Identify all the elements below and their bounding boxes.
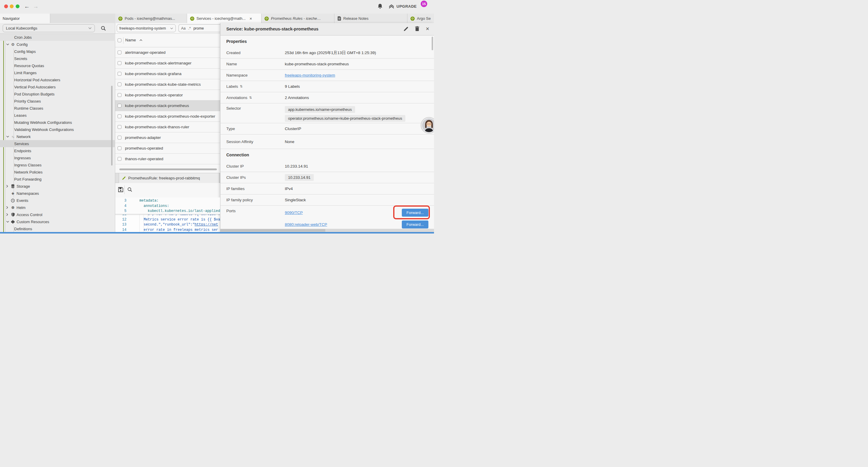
sidebar-item-ingress-classes[interactable]: Ingress Classes bbox=[0, 162, 115, 169]
sidebar-item-priority-classes[interactable]: Priority Classes bbox=[0, 97, 115, 105]
close-icon[interactable]: × bbox=[426, 26, 429, 31]
chevron-right-icon[interactable] bbox=[6, 185, 9, 188]
row-checkbox[interactable] bbox=[118, 83, 121, 86]
sidebar-item-events[interactable]: Events bbox=[0, 197, 115, 204]
sidebar-item-network-policies[interactable]: Network Policies bbox=[0, 169, 115, 176]
sidebar-item-runtime-classes[interactable]: Runtime Classes bbox=[0, 105, 115, 112]
forward-button[interactable]: → bbox=[32, 3, 39, 10]
select-all-checkbox[interactable] bbox=[118, 38, 121, 42]
tab-release-notes[interactable]: Release Notes bbox=[335, 13, 407, 23]
edit-icon[interactable] bbox=[404, 26, 409, 31]
row-checkbox[interactable] bbox=[118, 51, 121, 54]
sidebar-item-storage[interactable]: Storage bbox=[0, 183, 115, 190]
sidebar-item-namespaces[interactable]: ◈Namespaces bbox=[0, 190, 115, 197]
sidebar-item-validating-webhook-configurations[interactable]: Validating Webhook Configurations bbox=[0, 126, 115, 133]
yaml-editor[interactable]: 3metadata:4annotations:5kubectl.kubernet… bbox=[115, 198, 220, 233]
sidebar-item-pod-disruption-budgets[interactable]: Pod Disruption Budgets bbox=[0, 90, 115, 97]
row-checkbox[interactable] bbox=[118, 114, 121, 118]
port-link-9090-tcp[interactable]: 9090/TCP bbox=[285, 210, 303, 215]
sidebar-search-icon[interactable] bbox=[101, 26, 106, 31]
table-row-kube-prometheus-stack-kube-state-metrics[interactable]: kube-prometheus-stack-kube-state-metrics bbox=[115, 79, 220, 90]
tab-services-icecheng-math[interactable]: Services - icecheng@math...× bbox=[187, 13, 261, 23]
table-row-prometheus-adapter[interactable]: prometheus-adapter bbox=[115, 133, 220, 143]
row-checkbox[interactable] bbox=[118, 136, 121, 140]
sidebar-item-network[interactable]: ↑↓Network bbox=[0, 133, 115, 140]
zoom-window-button[interactable] bbox=[16, 4, 20, 8]
row-checkbox[interactable] bbox=[118, 146, 121, 150]
notification-count-badge[interactable]: 15 bbox=[421, 1, 427, 7]
table-row-kube-prometheus-stack-operator[interactable]: kube-prometheus-stack-operator bbox=[115, 90, 220, 100]
chevron-down-icon[interactable] bbox=[6, 136, 9, 138]
sidebar-item-config-maps[interactable]: Config Maps bbox=[0, 48, 115, 55]
row-value-link[interactable]: freeleaps-monitoring-system bbox=[285, 73, 335, 78]
detail-vertical-scrollbar[interactable] bbox=[432, 37, 433, 50]
sidebar-item-ingresses[interactable]: Ingresses bbox=[0, 154, 115, 162]
sidebar-item-limit-ranges[interactable]: Limit Ranges bbox=[0, 69, 115, 76]
sort-arrows-icon[interactable]: ⇅ bbox=[240, 85, 242, 88]
sidebar-item-cron-jobs[interactable]: Cron Jobs bbox=[0, 34, 115, 41]
match-case-toggle[interactable]: Aa bbox=[181, 26, 186, 30]
sidebar-item-helm[interactable]: ☸Helm bbox=[0, 204, 115, 211]
chevron-down-icon[interactable] bbox=[6, 43, 9, 45]
sort-arrows-icon[interactable]: ⇅ bbox=[249, 96, 251, 99]
sort-asc-icon[interactable] bbox=[140, 39, 143, 41]
editor-tab-prometheusrule[interactable]: PrometheusRule: freeleaps-prod-rabbitmq bbox=[119, 173, 219, 183]
table-row-kube-prometheus-stack-prometheus-node-exporter[interactable]: kube-prometheus-stack-prometheus-node-ex… bbox=[115, 111, 220, 122]
chevron-down-icon[interactable] bbox=[6, 221, 9, 223]
navigator-tree: Cron Jobs⚙ConfigConfig MapsSecretsResour… bbox=[0, 34, 115, 233]
table-row-thanos-ruler-operated[interactable]: thanos-ruler-operated bbox=[115, 154, 220, 164]
table-row-prometheus-operated[interactable]: prometheus-operated bbox=[115, 143, 220, 154]
upgrade-button[interactable]: UPGRADE bbox=[389, 4, 417, 9]
table-row-alertmanager-operated[interactable]: alertmanager-operated bbox=[115, 47, 220, 58]
sidebar-item-resource-quotas[interactable]: Resource Quotas bbox=[0, 62, 115, 69]
sidebar-item-secrets[interactable]: Secrets bbox=[0, 55, 115, 62]
row-checkbox[interactable] bbox=[118, 72, 121, 76]
sidebar-item-vertical-pod-autoscalers[interactable]: Vertical Pod Autoscalers bbox=[0, 83, 115, 90]
minimize-window-button[interactable] bbox=[10, 4, 13, 8]
editor-tab-title: PrometheusRule: freeleaps-prod-rabbitmq bbox=[128, 176, 200, 180]
forward-button[interactable]: Forward... bbox=[402, 221, 428, 229]
chevron-right-icon[interactable] bbox=[6, 206, 9, 209]
notifications-bell-icon[interactable] bbox=[378, 4, 382, 9]
row-checkbox[interactable] bbox=[118, 104, 121, 108]
sidebar-item-services[interactable]: Services bbox=[0, 140, 115, 147]
tab-pods-icecheng-mathmas[interactable]: Pods - icecheng@mathmas... bbox=[115, 13, 187, 23]
sidebar-item-endpoints[interactable]: Endpoints bbox=[0, 147, 115, 154]
table-row-kube-prometheus-stack-prometheus[interactable]: kube-prometheus-stack-prometheus bbox=[115, 100, 220, 111]
row-label: Namespace bbox=[226, 73, 248, 78]
row-checkbox[interactable] bbox=[118, 125, 121, 129]
table-row-kube-prometheus-stack-grafana[interactable]: kube-prometheus-stack-grafana bbox=[115, 68, 220, 79]
table-row-kube-prometheus-stack-thanos-ruler[interactable]: kube-prometheus-stack-thanos-ruler bbox=[115, 122, 220, 133]
name-column-header[interactable]: Name bbox=[125, 38, 136, 42]
close-window-button[interactable] bbox=[4, 4, 8, 8]
sidebar-item-leases[interactable]: Leases bbox=[0, 112, 115, 119]
row-checkbox[interactable] bbox=[118, 61, 121, 65]
horizontal-scrollbar[interactable] bbox=[119, 169, 217, 170]
sidebar-item-config[interactable]: ⚙Config bbox=[0, 41, 115, 48]
kubeconfig-selector[interactable]: Local Kubeconfigs bbox=[3, 24, 95, 32]
sidebar-item-definitions[interactable]: Definitions bbox=[0, 225, 115, 232]
tab-navigator[interactable]: Navigator bbox=[0, 13, 50, 23]
sidebar-item-port-forwarding[interactable]: Port Forwarding bbox=[0, 176, 115, 183]
namespace-selector[interactable]: freeleaps-monitoring-system bbox=[117, 24, 176, 32]
tab-argo-se[interactable]: Argo Se bbox=[407, 13, 434, 23]
sidebar-item-mutating-webhook-configurations[interactable]: Mutating Webhook Configurations bbox=[0, 119, 115, 126]
sidebar-scrollbar[interactable] bbox=[111, 86, 113, 166]
detail-horizontal-scrollbar[interactable] bbox=[220, 229, 434, 232]
sidebar-item-access-control[interactable]: Access Control bbox=[0, 211, 115, 218]
sidebar-item-horizontal-pod-autoscalers[interactable]: Horizontal Pod Autoscalers bbox=[0, 76, 115, 83]
port-link-8080-reloader-web-tcp[interactable]: 8080:reloader-web/TCP bbox=[285, 222, 327, 227]
row-checkbox[interactable] bbox=[118, 157, 121, 161]
back-button[interactable]: ← bbox=[23, 3, 31, 10]
row-checkbox[interactable] bbox=[118, 93, 121, 97]
delete-icon[interactable] bbox=[415, 26, 420, 31]
tab-prometheus-rules-icecheng[interactable]: Prometheus Rules - icecheng... bbox=[261, 13, 335, 23]
regex-toggle[interactable]: .* bbox=[188, 26, 191, 30]
close-tab-icon[interactable]: × bbox=[249, 16, 252, 21]
save-icon[interactable] bbox=[118, 187, 123, 193]
search-input[interactable]: Aa .* prome bbox=[179, 24, 220, 32]
editor-search-icon[interactable] bbox=[127, 187, 132, 192]
chevron-right-icon[interactable] bbox=[6, 213, 9, 216]
sidebar-item-custom-resources[interactable]: Custom Resources bbox=[0, 218, 115, 225]
table-row-kube-prometheus-stack-alertmanager[interactable]: kube-prometheus-stack-alertmanager bbox=[115, 58, 220, 68]
